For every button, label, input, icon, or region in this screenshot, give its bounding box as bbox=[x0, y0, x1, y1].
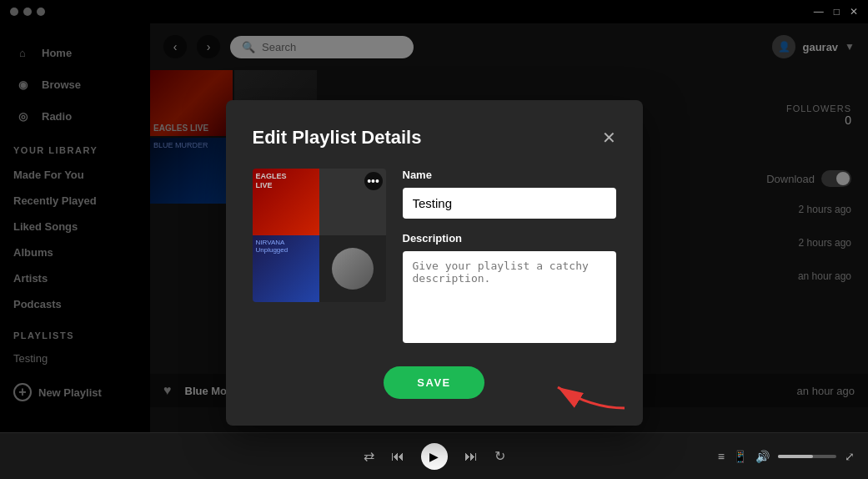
modal-close-button[interactable]: ✕ bbox=[602, 129, 616, 146]
volume-fill bbox=[778, 455, 813, 458]
volume-button[interactable]: 🔊 bbox=[755, 450, 770, 463]
titlebar-dot-2 bbox=[23, 8, 32, 16]
modal-left: EAGLESLIVE ••• NIRVANAUnplugged bbox=[253, 169, 386, 346]
prev-button[interactable]: ⏮ bbox=[391, 449, 404, 464]
modal-body: EAGLESLIVE ••• NIRVANAUnplugged Name De bbox=[253, 169, 616, 346]
titlebar-dot-1 bbox=[10, 8, 18, 16]
description-label: Description bbox=[403, 232, 616, 245]
thumb-1: EAGLESLIVE bbox=[253, 169, 319, 235]
titlebar-dot-3 bbox=[37, 8, 45, 16]
volume-bar[interactable] bbox=[778, 455, 836, 458]
modal-footer: SAVE bbox=[253, 366, 616, 399]
close-button[interactable]: ✕ bbox=[850, 6, 858, 18]
minimize-button[interactable]: — bbox=[814, 6, 824, 18]
devices-button[interactable]: 📱 bbox=[733, 450, 747, 463]
maximize-button[interactable]: □ bbox=[834, 6, 840, 18]
thumb-3: NIRVANAUnplugged bbox=[253, 235, 319, 302]
repeat-button[interactable]: ↻ bbox=[494, 448, 505, 464]
playlist-name-input[interactable] bbox=[403, 188, 616, 219]
arrow-indicator bbox=[549, 362, 633, 416]
edit-playlist-modal: Edit Playlist Details ✕ EAGLESLIVE ••• N… bbox=[226, 100, 643, 426]
modal-right: Name Description bbox=[403, 169, 616, 346]
titlebar-dots bbox=[10, 8, 45, 16]
player-right: ≡ 📱 🔊 ⤢ bbox=[718, 450, 855, 463]
modal-header: Edit Playlist Details ✕ bbox=[253, 127, 616, 149]
queue-button[interactable]: ≡ bbox=[718, 450, 725, 463]
titlebar-controls: — □ ✕ bbox=[814, 6, 858, 18]
playlist-description-input[interactable] bbox=[403, 251, 616, 343]
thumb-4 bbox=[319, 235, 386, 302]
playlist-thumbnail: EAGLESLIVE ••• NIRVANAUnplugged bbox=[253, 169, 386, 302]
player-bar: ⇄ ⏮ ▶ ⏭ ↻ ≡ 📱 🔊 ⤢ bbox=[0, 432, 868, 479]
play-button[interactable]: ▶ bbox=[421, 443, 448, 470]
next-button[interactable]: ⏭ bbox=[464, 449, 478, 464]
save-button[interactable]: SAVE bbox=[384, 366, 484, 399]
red-arrow-svg bbox=[549, 362, 633, 412]
modal-title: Edit Playlist Details bbox=[253, 127, 422, 149]
name-label: Name bbox=[403, 169, 616, 181]
shuffle-button[interactable]: ⇄ bbox=[364, 448, 374, 464]
three-dots-icon: ••• bbox=[364, 172, 383, 190]
fullscreen-button[interactable]: ⤢ bbox=[845, 450, 855, 463]
thumb-2: ••• bbox=[319, 169, 386, 235]
titlebar: — □ ✕ bbox=[0, 0, 868, 23]
